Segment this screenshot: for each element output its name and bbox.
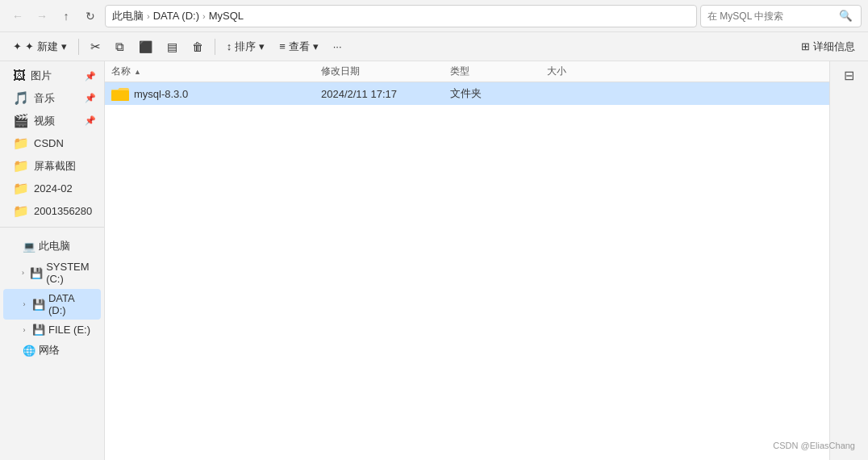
sidebar-item-thispc[interactable]: 💻 此电脑 [3,236,101,257]
breadcrumb-mysql[interactable]: MySQL [209,10,244,22]
sidebar-item-csdn[interactable]: 📁 CSDN [3,132,101,154]
sort-icon: ↕ [227,40,232,52]
sort-indicator: ▲ [134,68,141,76]
sidebar-label-pictures: 图片 [31,69,52,83]
network-arrow [10,345,19,355]
sidebar-item-2001356280[interactable]: 📁 2001356280 [3,200,101,222]
sidebar-label-data-d: DATA (D:) [48,292,94,316]
data-d-arrow: › [19,299,29,309]
detail-panel-icon: ⊟ [844,68,854,83]
sidebar-label-2024: 2024-02 [34,182,73,194]
sidebar-label-screenshot: 屏幕截图 [34,159,76,174]
file-list-header: 名称 ▲ 修改日期 类型 大小 [105,61,829,82]
new-icon: ✦ [13,40,22,52]
copy-button[interactable]: ⧉ [109,36,131,58]
nav-arrows: ← → ↑ ↻ [6,5,102,27]
detail-label: 详细信息 [813,40,855,54]
sidebar: 🖼 图片 📌 🎵 音乐 📌 🎬 视频 📌 📁 CSDN 📁 屏幕截图 📁 202… [0,61,105,460]
pin-icon-videos: 📌 [85,115,96,126]
sidebar-item-screenshot[interactable]: 📁 屏幕截图 [3,155,101,177]
rename-button[interactable]: ▤ [161,36,184,58]
folder-2001-icon: 📁 [13,203,29,219]
cut-icon: ✂ [90,40,101,54]
cut-button[interactable]: ✂ [84,36,107,58]
new-label: ✦ 新建 [25,40,58,54]
pictures-icon: 🖼 [13,69,26,83]
file-date: 2024/2/11 17:17 [321,88,450,100]
sidebar-label-videos: 视频 [34,114,55,128]
file-area: 名称 ▲ 修改日期 类型 大小 [105,61,829,460]
file-name: mysql-8.3.0 [134,88,188,100]
toolbar-separator-2 [215,39,215,55]
sidebar-item-network[interactable]: 🌐 网络 [3,340,101,361]
col-header-date[interactable]: 修改日期 [321,65,450,78]
sidebar-devices-section [0,227,104,231]
search-icon[interactable]: 🔍 [837,10,854,22]
new-arrow-icon: ▾ [61,40,67,52]
network-icon: 🌐 [23,345,35,357]
sidebar-label-csdn: CSDN [34,137,64,149]
more-icon: ··· [333,40,342,52]
copy-icon: ⧉ [115,40,124,54]
folder-2024-icon: 📁 [13,181,29,196]
col-header-type[interactable]: 类型 [450,65,547,78]
sidebar-item-system-c[interactable]: › 💾 SYSTEM (C:) [3,257,101,288]
sort-button[interactable]: ↕ 排序 ▾ [220,36,272,58]
sidebar-item-music[interactable]: 🎵 音乐 📌 [3,87,101,109]
sidebar-label-thispc: 此电脑 [39,239,70,253]
table-row[interactable]: mysql-8.3.0 2024/2/11 17:17 文件夹 [105,82,829,105]
sidebar-label-network: 网络 [39,343,60,358]
videos-icon: 🎬 [13,113,29,128]
sidebar-label-file-e: FILE (E:) [48,324,90,336]
view-button[interactable]: ≡ 查看 ▾ [273,36,325,58]
more-button[interactable]: ··· [327,36,348,58]
breadcrumb-data[interactable]: DATA (D:) [153,10,199,22]
col-header-size[interactable]: 大小 [547,65,611,78]
paste-icon: ⬛ [139,40,152,53]
breadcrumb-sep-2: › [202,11,206,21]
up-button[interactable]: ↑ [55,5,77,27]
col-date-label: 修改日期 [321,65,360,77]
toolbar-separator-1 [78,39,79,55]
sort-label: 排序 [235,40,256,54]
view-label: 查看 [289,40,310,54]
nav-bar: ← → ↑ ↻ 此电脑 › DATA (D:) › MySQL 🔍 [0,0,868,32]
toolbar-right: ⊞ 详细信息 [795,36,862,58]
refresh-button[interactable]: ↻ [79,5,102,27]
watermark: CSDN @EliasChang [773,441,855,450]
col-name-label: 名称 [111,65,131,78]
delete-icon: 🗑 [192,40,203,53]
sidebar-item-videos[interactable]: 🎬 视频 📌 [3,110,101,132]
forward-button[interactable]: → [31,5,53,27]
breadcrumb-pc[interactable]: 此电脑 [112,9,144,23]
view-icon: ≡ [279,40,286,52]
search-input[interactable] [707,10,834,22]
search-box: 🔍 [700,5,862,27]
pin-icon-pictures: 📌 [85,71,96,82]
new-button[interactable]: ✦ ✦ 新建 ▾ [6,36,73,58]
rename-icon: ▤ [167,40,177,53]
col-header-name[interactable]: 名称 ▲ [111,65,321,78]
back-button[interactable]: ← [6,5,29,27]
folder-icon [111,86,129,101]
sidebar-label-system-c: SYSTEM (C:) [46,261,94,285]
sidebar-label-2001: 2001356280 [34,205,92,217]
paste-button[interactable]: ⬛ [132,36,159,58]
sidebar-label-music: 音乐 [34,91,55,106]
pin-icon-music: 📌 [85,93,96,103]
system-c-arrow: › [19,268,27,278]
breadcrumb: 此电脑 › DATA (D:) › MySQL [105,5,697,27]
delete-button[interactable]: 🗑 [186,36,210,58]
detail-icon: ⊞ [801,40,810,52]
detail-panel-button[interactable]: ⊞ 详细信息 [795,36,862,58]
file-e-icon: 💾 [32,324,45,336]
sidebar-item-pictures[interactable]: 🖼 图片 📌 [3,65,101,86]
sidebar-item-file-e[interactable]: › 💾 FILE (E:) [3,320,101,339]
view-arrow-icon: ▾ [313,40,319,52]
file-e-arrow: › [19,325,29,335]
music-icon: 🎵 [13,90,29,106]
sidebar-item-data-d[interactable]: › 💾 DATA (D:) [3,289,101,320]
svg-rect-2 [111,90,129,101]
sidebar-item-2024-02[interactable]: 📁 2024-02 [3,178,101,199]
breadcrumb-sep-1: › [147,11,150,21]
